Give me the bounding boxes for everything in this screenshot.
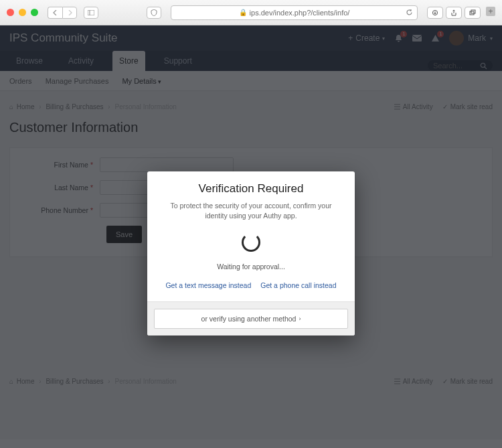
browser-chrome: 🔒 ips.dev/index.php?/clients/info/ + [0, 0, 502, 25]
phone-call-link[interactable]: Get a phone call instead [260, 281, 336, 289]
chevron-right-icon: › [299, 315, 301, 322]
alt-method-button[interactable]: or verify using another method › [154, 309, 348, 329]
maximize-window-icon[interactable] [31, 9, 38, 16]
toolbar-right: + [427, 7, 495, 19]
reload-icon[interactable] [406, 9, 413, 16]
svg-rect-0 [88, 10, 94, 15]
forward-button[interactable] [62, 7, 77, 19]
back-button[interactable] [48, 7, 62, 19]
loading-spinner-icon [242, 233, 260, 252]
modal-description: To protect the security of your account,… [161, 201, 341, 221]
address-bar[interactable]: 🔒 ips.dev/index.php?/clients/info/ [171, 5, 418, 20]
url-text: ips.dev/index.php?/clients/info/ [250, 9, 350, 17]
share-button[interactable] [446, 7, 462, 19]
text-message-link[interactable]: Get a text message instead [165, 281, 251, 289]
verification-modal: Verification Required To protect the sec… [147, 171, 355, 335]
window-controls [7, 9, 38, 16]
tabs-button[interactable] [465, 7, 481, 19]
nav-back-forward [48, 7, 77, 19]
minimize-window-icon[interactable] [19, 9, 26, 16]
modal-title: Verification Required [161, 182, 341, 196]
lock-icon: 🔒 [239, 9, 247, 16]
modal-status: Waiting for approval... [161, 263, 341, 271]
downloads-button[interactable] [427, 7, 443, 19]
sidebar-toggle-button[interactable] [84, 7, 98, 19]
close-window-icon[interactable] [7, 9, 14, 16]
privacy-report-button[interactable] [147, 7, 161, 19]
new-tab-button[interactable]: + [486, 7, 495, 16]
app-viewport: IPS Community Suite + Create ▾ 1 1 Mark [0, 25, 502, 448]
